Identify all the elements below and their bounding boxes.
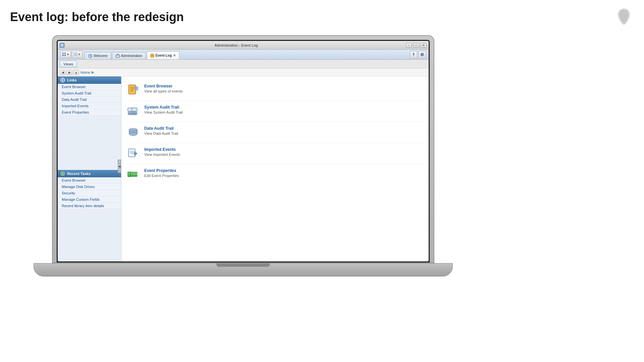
sidebar-item-system-audit-trail[interactable]: System Audit Trail (58, 90, 121, 97)
event-properties-title[interactable]: Event Properties (144, 168, 179, 173)
sidebar-item-imported-events[interactable]: Imported Events (58, 103, 121, 109)
main-content: Links Event Browser System Audit Trail D… (58, 76, 429, 261)
svg-rect-15 (76, 55, 77, 56)
sidebar-item-event-browser[interactable]: Event Browser (58, 84, 121, 90)
minimize-button[interactable]: − (406, 43, 412, 48)
svg-rect-40 (129, 85, 135, 94)
breadcrumb-nav: ◀ ▶ ▲ (60, 70, 79, 75)
sidebar-recent-manage-disk[interactable]: Manage Disk Drives (58, 184, 121, 190)
imported-events-desc: View Imported Events (144, 153, 180, 157)
breadcrumb-arrow: ▶ (92, 70, 94, 74)
tab-welcome[interactable]: Welcome (85, 52, 111, 59)
svg-rect-4 (62, 55, 64, 56)
brand-logo (614, 7, 634, 27)
svg-rect-73 (128, 172, 130, 174)
sidebar-recent-custom-fields[interactable]: Manage Custom Fields (58, 196, 121, 203)
data-audit-icon (127, 126, 140, 139)
event-browser-icon (127, 84, 140, 97)
tab-eventlog[interactable]: Event Log ✕ (147, 51, 179, 59)
data-audit-title[interactable]: Data Audit Trail (144, 126, 178, 131)
laptop-base (34, 263, 453, 277)
breadcrumb-home[interactable]: Home (80, 70, 90, 74)
maximize-button[interactable]: □ (413, 43, 419, 48)
svg-marker-16 (79, 53, 80, 55)
event-browser-title[interactable]: Event Browser (144, 84, 183, 88)
svg-rect-12 (76, 54, 77, 55)
views-button[interactable]: Views (60, 61, 77, 67)
event-properties-text: Event Properties Edit Event Properties (144, 168, 179, 178)
content-panel: Event Browser View all types of events (121, 76, 429, 261)
page-title: Event log: before the redesign (10, 10, 184, 24)
window: Administration - Event Log − □ ✕ (58, 41, 429, 261)
tab-eventlog-label: Event Log (156, 54, 172, 57)
sidebar-item-data-audit-trail[interactable]: Data Audit Trail (58, 97, 121, 103)
toolbar-grid-btn[interactable] (72, 51, 83, 58)
tab-close-button[interactable]: ✕ (173, 54, 176, 57)
svg-rect-9 (76, 53, 77, 53)
tab-administration[interactable]: Administration (112, 52, 146, 59)
sidebar-recent-header[interactable]: Recent Tasks (58, 170, 121, 177)
content-item-data-audit: Data Audit Trail View Data Audit Trail (127, 122, 423, 143)
window-icon (60, 43, 64, 48)
sidebar-recent-label: Recent Tasks (67, 172, 91, 176)
sidebar-collapse-button[interactable]: ◀ (118, 160, 121, 173)
svg-point-62 (129, 132, 137, 135)
system-audit-title[interactable]: System Audit Trail (144, 105, 183, 110)
pin-button[interactable] (410, 51, 417, 58)
close-button[interactable]: ✕ (421, 43, 427, 48)
svg-rect-20 (116, 55, 119, 57)
svg-rect-25 (413, 53, 414, 55)
svg-rect-1 (61, 45, 63, 46)
svg-rect-3 (64, 53, 66, 54)
sidebar-item-event-properties[interactable]: Event Properties (58, 109, 121, 116)
content-item-imported-events: Imported Events View Imported Events (127, 143, 423, 164)
tab-welcome-label: Welcome (94, 54, 108, 58)
sidebar-recent-library-item[interactable]: Recent library item details (58, 203, 121, 209)
sidebar-links-section: Links Event Browser System Audit Trail D… (58, 76, 121, 116)
svg-rect-8 (75, 53, 76, 53)
up-button[interactable]: ▲ (73, 70, 79, 75)
event-browser-desc: View all types of events (144, 89, 183, 93)
imported-events-icon (127, 147, 140, 160)
svg-rect-7 (74, 53, 74, 53)
svg-marker-6 (67, 53, 69, 55)
sidebar-recent-section: Recent Tasks Event Browser Manage Disk D… (58, 170, 121, 209)
laptop-hinge (216, 263, 270, 267)
laptop-outer: Administration - Event Log − □ ✕ (52, 35, 434, 263)
sidebar-recent-items: Event Browser Manage Disk Drives Securit… (58, 177, 121, 209)
sidebar-links-label: Links (67, 78, 77, 82)
imported-events-title[interactable]: Imported Events (144, 147, 180, 152)
event-properties-icon (127, 168, 140, 181)
content-item-event-properties: Event Properties Edit Event Properties (127, 164, 423, 185)
event-properties-desc: Edit Event Properties (144, 174, 179, 178)
forward-button[interactable]: ▶ (66, 70, 72, 75)
system-audit-text: System Audit Trail View System Audit Tra… (144, 105, 183, 114)
sidebar-links-items: Event Browser System Audit Trail Data Au… (58, 84, 121, 116)
svg-rect-10 (74, 54, 74, 55)
svg-rect-55 (132, 108, 137, 111)
svg-point-30 (62, 79, 63, 81)
imported-events-text: Imported Events View Imported Events (144, 147, 180, 157)
system-audit-icon (127, 105, 140, 118)
sidebar-links-header[interactable]: Links (58, 76, 121, 84)
svg-rect-74 (128, 174, 130, 176)
window-title: Administration - Event Log (66, 43, 406, 47)
help-button[interactable]: ? (419, 51, 426, 58)
views-grid-btn[interactable] (60, 51, 71, 58)
svg-point-57 (132, 113, 137, 115)
sidebar-recent-security[interactable]: Security (58, 190, 121, 196)
svg-rect-5 (64, 55, 66, 56)
recent-icon (60, 171, 65, 176)
window-titlebar: Administration - Event Log − □ ✕ (58, 41, 429, 50)
system-audit-desc: View System Audit Trail (144, 110, 183, 114)
data-audit-desc: View Data Audit Trail (144, 131, 178, 135)
back-button[interactable]: ◀ (60, 70, 66, 75)
toolbar-area (59, 50, 84, 59)
content-item-event-browser: Event Browser View all types of events (127, 80, 423, 101)
tab-administration-label: Administration (121, 54, 142, 58)
svg-rect-14 (75, 55, 76, 56)
event-browser-text: Event Browser View all types of events (144, 84, 183, 93)
breadcrumb-bar: ◀ ▶ ▲ Home ▶ (58, 68, 429, 76)
sidebar-recent-event-browser[interactable]: Event Browser (58, 177, 121, 184)
svg-line-19 (90, 56, 91, 57)
